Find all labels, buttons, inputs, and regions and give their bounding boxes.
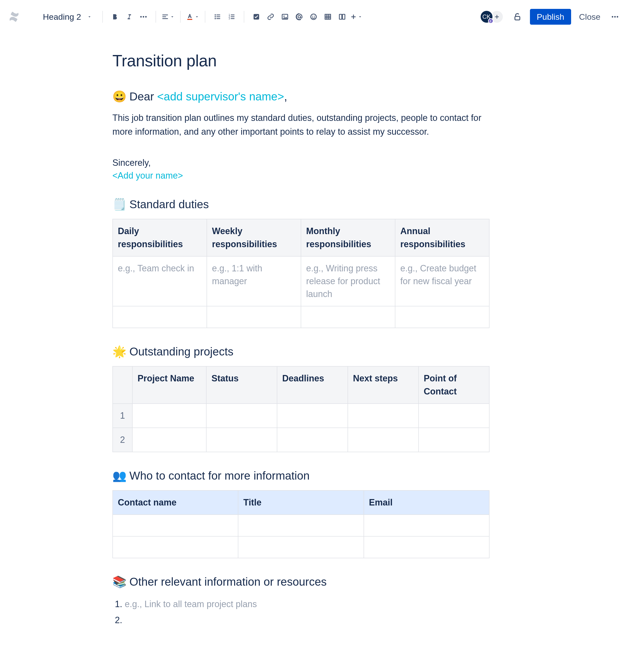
numbered-list-button[interactable]: 123 xyxy=(225,10,238,23)
projects-col-deadline[interactable]: Deadlines xyxy=(277,366,348,403)
svg-point-14 xyxy=(312,16,313,17)
bullet-list-button[interactable] xyxy=(211,10,224,23)
editor-document[interactable]: Transition plan 😀 Dear <add supervisor's… xyxy=(112,51,489,628)
separator xyxy=(180,11,181,23)
supervisor-placeholder[interactable]: <add supervisor's name> xyxy=(157,90,284,103)
more-formatting-button[interactable] xyxy=(137,10,150,23)
signoff[interactable]: Sincerely, xyxy=(112,156,489,170)
separator xyxy=(205,11,205,23)
intro-paragraph[interactable]: This job transition plan outlines my sta… xyxy=(112,111,489,139)
svg-rect-17 xyxy=(339,14,342,19)
duties-cell[interactable]: e.g., Team check in xyxy=(112,256,207,306)
table-row xyxy=(112,536,489,558)
projects-col-num[interactable] xyxy=(112,366,132,403)
text-style-dropdown[interactable]: Heading 2 xyxy=(41,10,97,24)
contacts-col-email[interactable]: Email xyxy=(364,490,489,514)
align-dropdown[interactable] xyxy=(161,10,175,23)
greeting-prefix: Dear xyxy=(129,90,157,103)
contacts-heading[interactable]: 👥 Who to contact for more information xyxy=(112,469,489,482)
avatar-stack: CK c xyxy=(480,10,504,24)
more-actions-button[interactable] xyxy=(608,10,622,23)
confluence-logo[interactable] xyxy=(8,11,20,22)
list-item[interactable] xyxy=(125,612,489,628)
list-item[interactable]: e.g., Link to all team project plans xyxy=(125,596,489,612)
duties-col-monthly[interactable]: Monthly responsibilities xyxy=(301,219,395,256)
projects-heading[interactable]: 🌟 Outstanding projects xyxy=(112,345,489,358)
close-button[interactable]: Close xyxy=(572,9,607,25)
svg-point-15 xyxy=(314,16,315,17)
link-button[interactable] xyxy=(264,10,277,23)
svg-point-6 xyxy=(215,18,216,19)
duties-cell[interactable]: e.g., Create budget for new fiscal year xyxy=(395,256,489,306)
insert-dropdown[interactable] xyxy=(350,10,363,23)
layouts-button[interactable] xyxy=(335,10,349,23)
contacts-cell[interactable] xyxy=(238,514,363,536)
separator xyxy=(102,11,103,23)
svg-rect-18 xyxy=(343,14,345,19)
projects-col-next[interactable]: Next steps xyxy=(348,366,419,403)
resources-list[interactable]: e.g., Link to all team project plans xyxy=(112,596,489,628)
projects-table[interactable]: Project Name Status Deadlines Next steps… xyxy=(112,366,489,452)
publish-button[interactable]: Publish xyxy=(530,9,571,25)
projects-cell[interactable] xyxy=(277,404,348,428)
emoji-button[interactable] xyxy=(307,10,320,23)
projects-cell[interactable] xyxy=(206,404,277,428)
contacts-cell[interactable] xyxy=(238,536,363,558)
table-row: e.g., Team check in e.g., 1:1 with manag… xyxy=(112,256,489,306)
projects-cell[interactable] xyxy=(132,404,206,428)
toolbar-right: CK c Publish Close xyxy=(480,9,622,25)
star-icon: 🌟 xyxy=(112,345,126,358)
duties-cell[interactable] xyxy=(112,306,207,328)
notepad-icon: 🗒️ xyxy=(112,198,126,211)
projects-col-name[interactable]: Project Name xyxy=(132,366,206,403)
duties-col-daily[interactable]: Daily responsibilities xyxy=(112,219,207,256)
duties-table[interactable]: Daily responsibilities Weekly responsibi… xyxy=(112,219,489,328)
contacts-cell[interactable] xyxy=(112,514,238,536)
duties-heading[interactable]: 🗒️ Standard duties xyxy=(112,198,489,211)
table-button[interactable] xyxy=(321,10,334,23)
name-placeholder[interactable]: <Add your name> xyxy=(112,170,183,181)
duties-cell[interactable] xyxy=(301,306,395,328)
toolbar-left: Heading 2 123 xyxy=(8,10,363,24)
duties-cell[interactable]: e.g., 1:1 with manager xyxy=(207,256,301,306)
duties-col-weekly[interactable]: Weekly responsibilities xyxy=(207,219,301,256)
projects-cell[interactable] xyxy=(206,428,277,452)
projects-cell[interactable] xyxy=(348,428,419,452)
contacts-col-name[interactable]: Contact name xyxy=(112,490,238,514)
italic-button[interactable] xyxy=(123,10,136,23)
contacts-col-title[interactable]: Title xyxy=(238,490,363,514)
projects-col-poc[interactable]: Point of Contact xyxy=(419,366,489,403)
duties-cell[interactable] xyxy=(395,306,489,328)
projects-col-status[interactable]: Status xyxy=(206,366,277,403)
contacts-cell[interactable] xyxy=(364,514,489,536)
projects-cell[interactable] xyxy=(419,428,489,452)
duties-cell[interactable]: e.g., Writing press release for product … xyxy=(301,256,395,306)
page-title[interactable]: Transition plan xyxy=(112,51,489,70)
mention-button[interactable] xyxy=(293,10,306,23)
separator xyxy=(244,11,244,23)
svg-rect-16 xyxy=(325,14,331,19)
projects-cell[interactable] xyxy=(348,404,419,428)
resources-heading[interactable]: 📚 Other relevant information or resource… xyxy=(112,575,489,589)
user-avatar[interactable]: CK c xyxy=(480,10,494,24)
duties-col-annual[interactable]: Annual responsibilities xyxy=(395,219,489,256)
svg-point-5 xyxy=(215,16,216,18)
projects-cell[interactable] xyxy=(132,428,206,452)
row-number: 2 xyxy=(112,428,132,452)
contacts-cell[interactable] xyxy=(364,536,489,558)
projects-cell[interactable] xyxy=(277,428,348,452)
svg-point-12 xyxy=(283,16,285,17)
chevron-down-icon xyxy=(358,14,362,19)
action-item-button[interactable] xyxy=(250,10,263,23)
text-color-dropdown[interactable] xyxy=(186,10,199,23)
contacts-table[interactable]: Contact name Title Email xyxy=(112,490,489,558)
contacts-cell[interactable] xyxy=(112,536,238,558)
greeting-heading[interactable]: 😀 Dear <add supervisor's name>, xyxy=(112,90,489,103)
image-button[interactable] xyxy=(278,10,292,23)
restrictions-button[interactable] xyxy=(511,10,524,23)
bold-button[interactable] xyxy=(108,10,122,23)
projects-cell[interactable] xyxy=(419,404,489,428)
separator xyxy=(155,11,156,23)
chevron-down-icon xyxy=(87,14,92,19)
duties-cell[interactable] xyxy=(207,306,301,328)
